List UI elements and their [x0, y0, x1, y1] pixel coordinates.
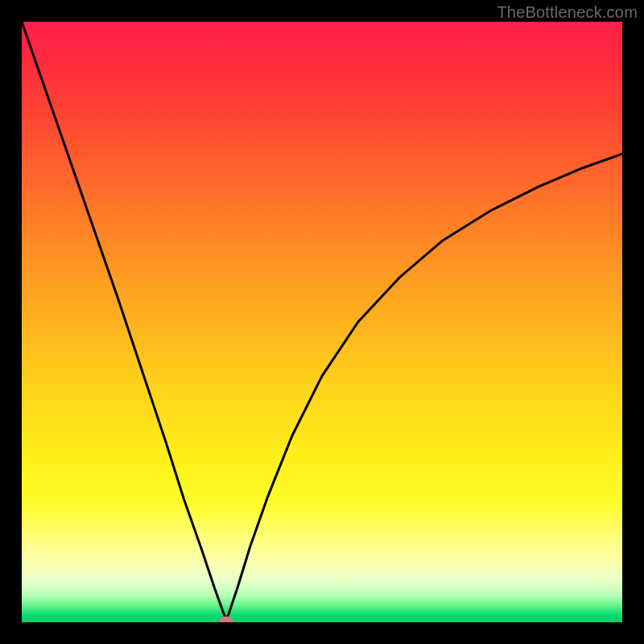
plot-area	[22, 22, 622, 622]
minimum-marker	[219, 616, 233, 622]
bottleneck-curve	[22, 22, 622, 622]
watermark-text: TheBottleneck.com	[497, 3, 638, 22]
chart-frame: TheBottleneck.com	[0, 0, 644, 644]
